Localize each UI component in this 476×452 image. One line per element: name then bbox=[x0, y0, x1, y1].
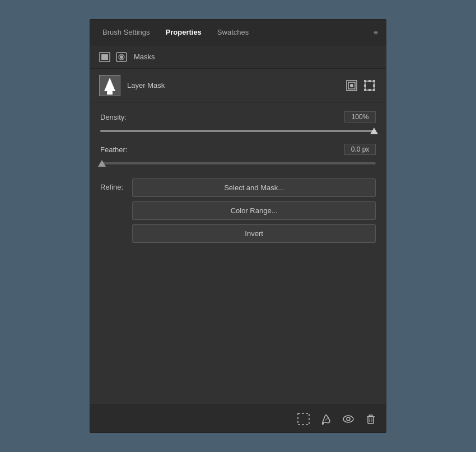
invert-button[interactable]: Invert bbox=[132, 224, 376, 243]
masks-toolbar: Masks bbox=[90, 45, 386, 69]
layer-mask-label: Layer Mask bbox=[127, 81, 344, 90]
svg-point-22 bbox=[347, 417, 350, 421]
svg-rect-16 bbox=[368, 89, 371, 91]
feather-label: Feather: bbox=[100, 145, 127, 154]
svg-marker-5 bbox=[104, 78, 115, 91]
refine-label: Refine: bbox=[100, 178, 123, 191]
svg-rect-25 bbox=[369, 415, 372, 417]
svg-point-4 bbox=[120, 55, 123, 59]
svg-rect-17 bbox=[364, 84, 366, 87]
svg-point-21 bbox=[343, 416, 353, 422]
refine-buttons: Select and Mask... Color Range... Invert bbox=[132, 178, 376, 243]
layer-mask-thumbnail bbox=[99, 75, 120, 96]
svg-rect-12 bbox=[373, 80, 375, 82]
delete-icon[interactable] bbox=[363, 412, 378, 426]
properties-panel: Brush Settings Properties Swatches ≡ Mas… bbox=[90, 19, 386, 433]
tab-brush-settings[interactable]: Brush Settings bbox=[95, 21, 158, 43]
pixel-mask-svg bbox=[99, 52, 110, 62]
layer-mask-svg bbox=[102, 77, 118, 96]
density-header: Density: 100% bbox=[100, 111, 376, 123]
pixel-mask-icon[interactable] bbox=[98, 50, 111, 64]
svg-rect-19 bbox=[298, 413, 309, 425]
density-thumb[interactable] bbox=[370, 128, 378, 134]
density-row: Density: 100% bbox=[100, 111, 376, 136]
svg-line-20 bbox=[325, 417, 329, 421]
svg-rect-10 bbox=[365, 81, 374, 90]
svg-rect-11 bbox=[364, 80, 366, 82]
refine-section: Refine: Select and Mask... Color Range..… bbox=[100, 178, 376, 243]
panel-content: Density: 100% Feather: 0.0 px bbox=[90, 102, 386, 404]
density-slider[interactable] bbox=[100, 126, 376, 136]
feather-thumb[interactable] bbox=[98, 160, 106, 167]
add-mask-icon[interactable] bbox=[296, 412, 311, 426]
tab-bar: Brush Settings Properties Swatches ≡ bbox=[90, 20, 386, 45]
feather-track bbox=[100, 162, 376, 164]
feather-value[interactable]: 0.0 px bbox=[344, 144, 376, 155]
visibility-icon[interactable] bbox=[341, 412, 356, 426]
transform-mask-icon[interactable] bbox=[362, 78, 377, 93]
svg-rect-1 bbox=[101, 54, 108, 60]
density-track bbox=[100, 130, 376, 132]
svg-rect-15 bbox=[368, 80, 371, 82]
vector-mask-svg bbox=[116, 52, 127, 62]
masks-label: Masks bbox=[134, 53, 155, 61]
panel-menu-icon[interactable]: ≡ bbox=[370, 26, 381, 39]
svg-point-9 bbox=[350, 84, 353, 87]
density-value[interactable]: 100% bbox=[344, 111, 376, 123]
svg-rect-13 bbox=[364, 89, 366, 91]
feather-header: Feather: 0.0 px bbox=[100, 144, 376, 155]
layer-mask-row: Layer Mask bbox=[90, 69, 386, 102]
tab-properties[interactable]: Properties bbox=[158, 21, 209, 43]
fill-mask-icon[interactable] bbox=[319, 412, 333, 426]
color-range-button[interactable]: Color Range... bbox=[132, 201, 376, 220]
svg-rect-18 bbox=[373, 84, 375, 87]
bottom-toolbar bbox=[90, 404, 386, 432]
select-and-mask-button[interactable]: Select and Mask... bbox=[132, 178, 376, 197]
feather-row: Feather: 0.0 px bbox=[100, 144, 376, 168]
tab-swatches[interactable]: Swatches bbox=[209, 21, 256, 43]
svg-rect-6 bbox=[107, 91, 113, 95]
feather-slider[interactable] bbox=[100, 158, 376, 168]
density-fill bbox=[100, 130, 376, 132]
apply-mask-icon[interactable] bbox=[344, 78, 359, 93]
density-label: Density: bbox=[100, 113, 127, 121]
svg-rect-23 bbox=[368, 417, 374, 423]
mask-action-icons bbox=[344, 78, 377, 93]
svg-rect-14 bbox=[373, 89, 375, 91]
vector-mask-icon[interactable] bbox=[115, 50, 128, 64]
